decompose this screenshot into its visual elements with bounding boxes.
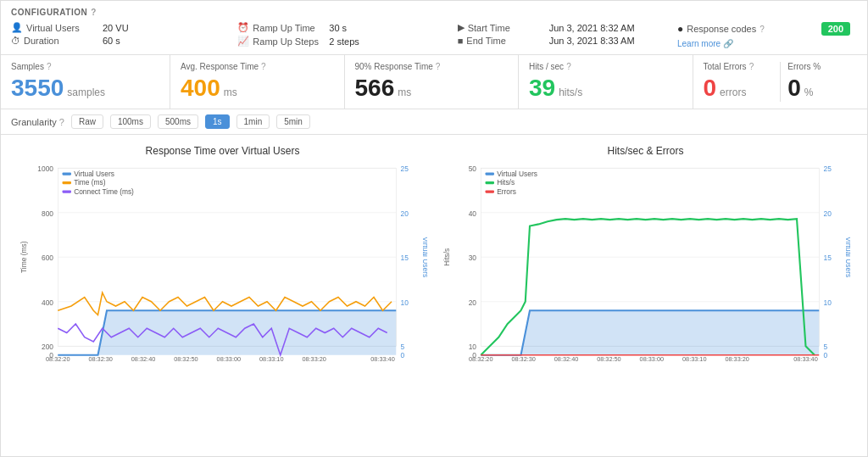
- svg-rect-33: [63, 191, 72, 193]
- svg-text:Hits/s: Hits/s: [443, 248, 452, 266]
- avg-response-value: 400: [181, 75, 220, 102]
- total-errors-inner: Total Errors ? 0 errors: [704, 62, 781, 102]
- svg-text:08:32:50: 08:32:50: [597, 355, 621, 363]
- errors-box: Total Errors ? 0 errors Errors % 0 %: [693, 55, 868, 109]
- chart1-area: 1000 800 600 400 200 0 Time (ms) 25 20 1…: [18, 160, 427, 381]
- svg-marker-55: [481, 310, 819, 355]
- samples-value: 3550: [11, 75, 64, 102]
- svg-text:800: 800: [42, 209, 53, 218]
- virtual-users-value: 20 VU: [103, 23, 129, 33]
- svg-text:08:33:40: 08:33:40: [370, 355, 395, 363]
- svg-text:08:33:10: 08:33:10: [682, 355, 707, 363]
- steps-icon: 📈: [237, 36, 249, 47]
- stop-icon: ■: [458, 36, 464, 46]
- svg-text:50: 50: [469, 164, 477, 173]
- hits-sec-label: Hits / sec ?: [529, 62, 682, 71]
- hits-sec-value: 39: [529, 75, 555, 102]
- svg-text:600: 600: [42, 254, 53, 262]
- samples-box: Samples ? 3550 samples: [1, 55, 170, 109]
- svg-text:0: 0: [824, 351, 828, 359]
- duration-value: 60 s: [103, 36, 120, 46]
- p90-response-box: 90% Response Time ? 566 ms: [345, 55, 520, 109]
- config-help-icon[interactable]: ?: [91, 8, 97, 17]
- duration-label: ⏱ Duration: [11, 36, 96, 46]
- svg-text:Time (ms): Time (ms): [19, 241, 28, 273]
- chart1-title: Response Time over Virtual Users: [18, 145, 427, 157]
- total-errors-value: 0: [704, 75, 717, 102]
- end-time-label: ■ End Time: [458, 36, 542, 46]
- gran-btn-raw[interactable]: Raw: [71, 114, 103, 129]
- svg-text:15: 15: [824, 254, 832, 262]
- svg-text:08:32:40: 08:32:40: [554, 355, 579, 363]
- svg-text:Virtual Users: Virtual Users: [421, 237, 427, 277]
- config-title: CONFIGURATION ?: [11, 8, 857, 17]
- svg-text:Virtual Users: Virtual Users: [497, 170, 537, 178]
- svg-rect-31: [63, 181, 72, 184]
- svg-text:25: 25: [401, 164, 409, 173]
- p90-response-unit: ms: [398, 86, 411, 98]
- p90-response-value: 566: [355, 75, 395, 102]
- svg-text:0: 0: [401, 351, 405, 359]
- ramp-up-steps-value: 2 steps: [329, 36, 359, 47]
- svg-text:08:32:30: 08:32:30: [88, 355, 113, 363]
- virtual-users-label: 👤 Virtual Users: [11, 22, 96, 33]
- errors-pct-unit: %: [804, 86, 814, 98]
- svg-text:08:32:50: 08:32:50: [174, 355, 198, 363]
- errors-pct-inner: Errors % 0 %: [780, 62, 857, 102]
- ramp-up-steps-label: 📈 Ramp Up Steps: [237, 36, 322, 47]
- svg-text:20: 20: [824, 209, 832, 218]
- chart2-area: 50 40 30 20 10 0 Hits/s 25 20 15 10 5 0 …: [441, 160, 850, 381]
- hits-sec-unit: hits/s: [559, 86, 582, 98]
- granularity-help-icon[interactable]: ?: [59, 117, 64, 127]
- hits-sec-help-icon[interactable]: ?: [566, 62, 571, 71]
- chart2-title: Hits/sec & Errors: [441, 145, 850, 157]
- svg-text:08:33:00: 08:33:00: [217, 355, 242, 363]
- samples-unit: samples: [67, 86, 105, 98]
- svg-text:08:32:20: 08:32:20: [46, 355, 70, 363]
- avg-response-unit: ms: [224, 86, 237, 98]
- circle-icon: ●: [677, 23, 683, 35]
- svg-text:Virtual Users: Virtual Users: [74, 170, 114, 178]
- gran-btn-1min[interactable]: 1min: [236, 114, 270, 129]
- svg-text:08:32:30: 08:32:30: [511, 355, 536, 363]
- svg-text:08:33:20: 08:33:20: [725, 355, 749, 363]
- p90-response-help-icon[interactable]: ?: [436, 62, 441, 71]
- response-codes-label: Response codes: [687, 24, 756, 34]
- svg-text:20: 20: [469, 298, 477, 307]
- user-icon: 👤: [11, 22, 23, 33]
- avg-response-label: Avg. Response Time ?: [181, 62, 334, 71]
- svg-text:10: 10: [824, 298, 832, 307]
- chart1-container: Response Time over Virtual Users 1000 80…: [11, 142, 434, 391]
- response-codes-help-icon[interactable]: ?: [760, 25, 765, 34]
- ramp-up-time-value: 30 s: [329, 23, 347, 33]
- svg-text:Time (ms): Time (ms): [74, 178, 106, 187]
- charts-section: Response Time over Virtual Users 1000 80…: [1, 135, 867, 398]
- svg-text:08:33:10: 08:33:10: [259, 355, 284, 363]
- play-icon: ▶: [458, 22, 465, 33]
- avg-response-help-icon[interactable]: ?: [261, 62, 266, 71]
- granularity-label: Granularity ?: [11, 117, 64, 127]
- p90-response-label: 90% Response Time ?: [355, 62, 509, 71]
- samples-help-icon[interactable]: ?: [47, 62, 52, 71]
- svg-text:25: 25: [824, 164, 832, 173]
- svg-text:08:32:40: 08:32:40: [131, 355, 156, 363]
- start-time-value: Jun 3, 2021 8:32 AM: [549, 23, 635, 33]
- svg-rect-29: [63, 173, 72, 176]
- gran-btn-500ms[interactable]: 500ms: [158, 114, 198, 129]
- gran-btn-5min[interactable]: 5min: [276, 114, 310, 129]
- gran-btn-100ms[interactable]: 100ms: [110, 114, 151, 129]
- svg-text:08:33:00: 08:33:00: [640, 355, 665, 363]
- svg-text:400: 400: [42, 298, 53, 307]
- ramp-up-icon: ⏰: [237, 22, 249, 33]
- svg-text:Errors: Errors: [497, 187, 516, 196]
- total-errors-help-icon[interactable]: ?: [749, 62, 754, 71]
- samples-label: Samples ?: [11, 62, 159, 71]
- svg-text:10: 10: [401, 298, 409, 307]
- svg-text:08:33:20: 08:33:20: [302, 355, 326, 363]
- start-time-label: ▶ Start Time: [458, 22, 542, 33]
- svg-text:1000: 1000: [37, 164, 53, 173]
- learn-more-link[interactable]: Learn more 🔗: [677, 39, 733, 48]
- svg-rect-66: [486, 181, 495, 184]
- gran-btn-1s[interactable]: 1s: [205, 114, 230, 129]
- svg-text:15: 15: [401, 254, 409, 262]
